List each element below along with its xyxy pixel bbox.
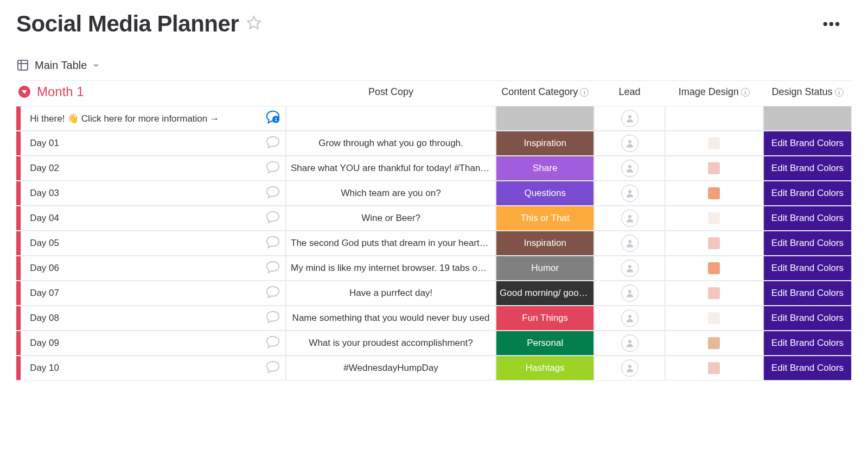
item-name[interactable]: Day 01 — [30, 138, 59, 149]
content-category-cell[interactable]: Fun Things — [496, 306, 594, 331]
lead-cell[interactable] — [594, 331, 665, 356]
table-row[interactable]: Day 09 What is your proudest accomplishm… — [16, 331, 852, 356]
table-row[interactable]: Hi there! 👋 Click here for more informat… — [16, 106, 852, 131]
column-header-image-design[interactable]: Image Designi — [665, 81, 763, 106]
table-row[interactable]: Day 04 Wine or Beer?This or That Edit Br… — [16, 206, 852, 231]
comment-icon[interactable] — [265, 234, 281, 253]
table-row[interactable]: Day 06 My mind is like my internet brows… — [16, 256, 852, 281]
item-name[interactable]: Day 06 — [30, 263, 59, 274]
post-copy-cell[interactable] — [286, 106, 496, 131]
avatar-placeholder-icon[interactable] — [621, 309, 639, 327]
avatar-placeholder-icon[interactable] — [621, 334, 639, 352]
comment-icon[interactable] — [265, 184, 281, 203]
table-row[interactable]: Day 01 Grow through what you go through.… — [16, 131, 852, 156]
design-status-cell[interactable]: Edit Brand Colors — [763, 131, 852, 156]
table-row[interactable]: Day 10 #WednesdayHumpDayHashtags Edit Br… — [16, 356, 852, 381]
avatar-placeholder-icon[interactable] — [621, 135, 639, 152]
item-name[interactable]: Day 09 — [30, 338, 59, 349]
image-design-cell[interactable] — [665, 306, 763, 331]
post-copy-cell[interactable]: The second God puts that dream in your h… — [286, 231, 496, 256]
post-copy-cell[interactable]: Wine or Beer? — [286, 206, 496, 231]
image-design-cell[interactable] — [665, 281, 763, 306]
item-name[interactable]: Hi there! 👋 Click here for more informat… — [30, 113, 219, 124]
image-design-cell[interactable] — [665, 231, 763, 256]
group-collapse-toggle[interactable] — [18, 86, 30, 98]
design-status-cell[interactable]: Edit Brand Colors — [763, 306, 852, 331]
design-status-cell[interactable] — [763, 106, 852, 131]
lead-cell[interactable] — [594, 356, 665, 381]
comment-icon[interactable] — [265, 359, 281, 378]
lead-cell[interactable] — [594, 256, 665, 281]
comment-icon[interactable] — [265, 134, 281, 153]
lead-cell[interactable] — [594, 181, 665, 206]
image-design-cell[interactable] — [665, 181, 763, 206]
item-name[interactable]: Day 08 — [30, 313, 59, 324]
image-design-cell[interactable] — [665, 206, 763, 231]
table-row[interactable]: Day 08 Name something that you would nev… — [16, 306, 852, 331]
post-copy-cell[interactable]: Grow through what you go through. — [286, 131, 496, 156]
design-status-cell[interactable]: Edit Brand Colors — [763, 156, 852, 181]
image-thumbnail[interactable] — [708, 162, 720, 174]
lead-cell[interactable] — [594, 131, 665, 156]
item-name[interactable]: Day 03 — [30, 188, 59, 199]
column-header-content-category[interactable]: Content Categoryi — [496, 81, 594, 106]
image-thumbnail[interactable] — [708, 287, 720, 299]
image-design-cell[interactable] — [665, 331, 763, 356]
content-category-cell[interactable]: Questions — [496, 181, 594, 206]
comment-icon[interactable] — [265, 159, 281, 178]
post-copy-cell[interactable]: #WednesdayHumpDay — [286, 356, 496, 381]
content-category-cell[interactable]: Humor — [496, 256, 594, 281]
more-options-button[interactable]: ••• — [823, 16, 852, 33]
post-copy-cell[interactable]: Share what YOU are thankful for today! #… — [286, 156, 496, 181]
post-copy-cell[interactable]: My mind is like my internet browser. 19 … — [286, 256, 496, 281]
table-row[interactable]: Day 02 Share what YOU are thankful for t… — [16, 156, 852, 181]
item-name[interactable]: Day 07 — [30, 288, 59, 299]
item-name[interactable]: Day 04 — [30, 213, 59, 224]
avatar-placeholder-icon[interactable] — [621, 235, 639, 252]
item-name[interactable]: Day 02 — [30, 163, 59, 174]
lead-cell[interactable] — [594, 231, 665, 256]
info-icon[interactable]: i — [835, 88, 844, 97]
avatar-placeholder-icon[interactable] — [621, 160, 639, 177]
image-thumbnail[interactable] — [708, 237, 720, 249]
column-header-design-status[interactable]: Design Statusi — [763, 81, 852, 106]
group-title[interactable]: Month 1 — [37, 84, 84, 99]
favorite-star-icon[interactable] — [246, 15, 261, 33]
lead-cell[interactable] — [594, 306, 665, 331]
image-design-cell[interactable] — [665, 256, 763, 281]
image-design-cell[interactable] — [665, 356, 763, 381]
image-design-cell[interactable] — [665, 156, 763, 181]
image-thumbnail[interactable] — [708, 137, 720, 149]
post-copy-cell[interactable]: Name something that you would never buy … — [286, 306, 496, 331]
design-status-cell[interactable]: Edit Brand Colors — [763, 256, 852, 281]
avatar-placeholder-icon[interactable] — [621, 359, 639, 377]
image-thumbnail[interactable] — [708, 187, 720, 199]
image-thumbnail[interactable] — [708, 362, 720, 374]
avatar-placeholder-icon[interactable] — [621, 110, 639, 127]
info-icon[interactable]: i — [741, 88, 750, 97]
content-category-cell[interactable]: This or That — [496, 206, 594, 231]
content-category-cell[interactable]: Inspiration — [496, 231, 594, 256]
image-design-cell[interactable] — [665, 131, 763, 156]
avatar-placeholder-icon[interactable] — [621, 284, 639, 302]
comment-icon[interactable] — [265, 259, 281, 278]
image-thumbnail[interactable] — [708, 262, 720, 274]
view-selector[interactable]: Main Table — [16, 59, 852, 81]
image-design-cell[interactable] — [665, 106, 763, 131]
design-status-cell[interactable]: Edit Brand Colors — [763, 231, 852, 256]
column-header-post-copy[interactable]: Post Copy — [286, 81, 496, 106]
design-status-cell[interactable]: Edit Brand Colors — [763, 281, 852, 306]
post-copy-cell[interactable]: Which team are you on? — [286, 181, 496, 206]
design-status-cell[interactable]: Edit Brand Colors — [763, 206, 852, 231]
design-status-cell[interactable]: Edit Brand Colors — [763, 181, 852, 206]
comment-icon[interactable] — [265, 309, 281, 328]
item-name[interactable]: Day 05 — [30, 238, 59, 249]
content-category-cell[interactable]: Inspiration — [496, 131, 594, 156]
comment-icon[interactable] — [265, 334, 281, 353]
content-category-cell[interactable]: Personal — [496, 331, 594, 356]
design-status-cell[interactable]: Edit Brand Colors — [763, 356, 852, 381]
content-category-cell[interactable]: Share — [496, 156, 594, 181]
avatar-placeholder-icon[interactable] — [621, 210, 639, 227]
post-copy-cell[interactable]: What is your proudest accomplishment? — [286, 331, 496, 356]
lead-cell[interactable] — [594, 106, 665, 131]
